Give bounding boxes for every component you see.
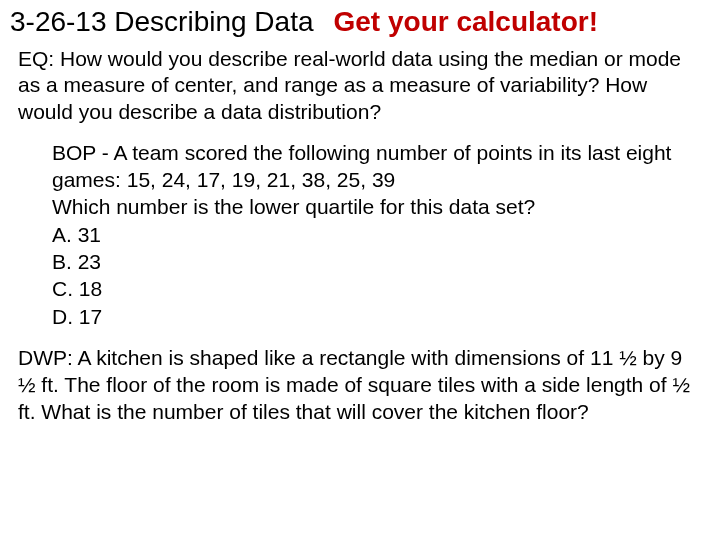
bop-option-b: B. 23 [52, 248, 702, 275]
dwp-problem: DWP: A kitchen is shaped like a rectangl… [0, 330, 720, 426]
bop-option-c: C. 18 [52, 275, 702, 302]
essential-question: EQ: How would you describe real-world da… [0, 38, 720, 125]
bop-question: Which number is the lower quartile for t… [52, 193, 702, 220]
bop-option-d: D. 17 [52, 303, 702, 330]
page-title: 3-26-13 Describing Data [10, 6, 314, 38]
bop-option-a: A. 31 [52, 221, 702, 248]
title-row: 3-26-13 Describing Data Get your calcula… [0, 0, 720, 38]
bop-intro: BOP - A team scored the following number… [52, 139, 702, 194]
bop-problem: BOP - A team scored the following number… [0, 125, 720, 330]
callout-text: Get your calculator! [334, 6, 599, 38]
